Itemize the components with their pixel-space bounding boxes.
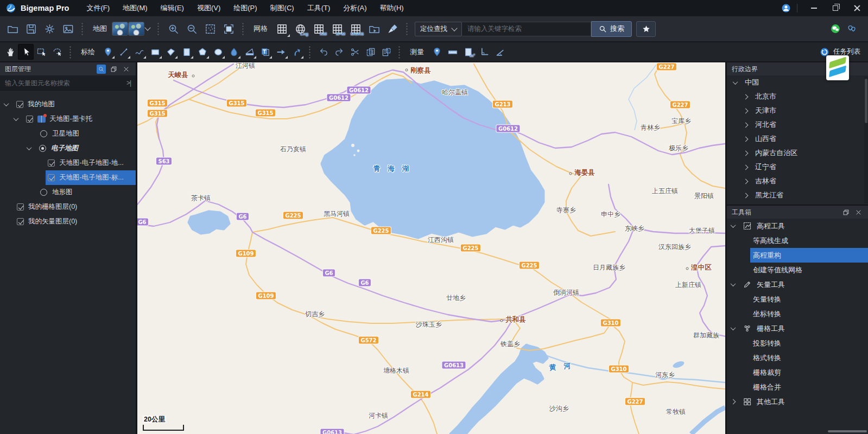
tree-expand-icon[interactable] bbox=[4, 101, 9, 106]
layer-radio[interactable] bbox=[40, 189, 47, 196]
layer-checkbox[interactable] bbox=[17, 218, 24, 225]
menubar-item[interactable]: 编辑(E) bbox=[154, 0, 191, 16]
menubar-item[interactable]: 工具(T) bbox=[301, 0, 337, 16]
close-panel-icon[interactable] bbox=[854, 208, 863, 217]
draw-polyline-button[interactable] bbox=[131, 44, 147, 60]
grid-button[interactable] bbox=[273, 20, 291, 38]
draw-point-button[interactable] bbox=[100, 44, 116, 60]
toolbox-group-栅格工具[interactable]: 栅格工具 bbox=[727, 321, 868, 336]
pan-tool-button[interactable] bbox=[2, 44, 18, 60]
layer-tree-row[interactable]: 地形图 bbox=[0, 185, 136, 200]
toolbox-item-栅格合并[interactable]: 栅格合并 bbox=[727, 380, 868, 394]
toolbox-item-高程重构[interactable]: 高程重构 bbox=[727, 248, 868, 263]
draw-text-button[interactable] bbox=[257, 44, 273, 60]
close-panel-icon[interactable] bbox=[122, 65, 131, 74]
tree-expand-icon[interactable] bbox=[743, 178, 749, 184]
draw-teardrop-button[interactable] bbox=[226, 44, 242, 60]
cut-button[interactable] bbox=[347, 44, 363, 60]
km-grid-button[interactable]: KM bbox=[309, 20, 328, 38]
admin-province-row[interactable]: 内蒙古自治区 bbox=[727, 146, 868, 160]
tree-expand-icon[interactable] bbox=[733, 79, 738, 85]
menubar-item[interactable]: 绘图(P) bbox=[227, 0, 263, 16]
tree-expand-icon[interactable] bbox=[14, 116, 19, 121]
measure-right-angle-button[interactable] bbox=[476, 44, 492, 60]
layer-checkbox[interactable] bbox=[48, 174, 55, 181]
draw-arrow-button[interactable] bbox=[273, 44, 289, 60]
favorites-button[interactable] bbox=[636, 21, 656, 37]
toolbox-item-矢量转换[interactable]: 矢量转换 bbox=[727, 292, 868, 307]
float-panel-icon[interactable] bbox=[109, 65, 118, 74]
admin-province-row[interactable]: 黑龙江省 bbox=[727, 188, 868, 202]
toolbox-item-栅格裁剪[interactable]: 栅格裁剪 bbox=[727, 365, 868, 380]
tree-expand-icon[interactable] bbox=[731, 222, 736, 228]
draw-polygon-button[interactable] bbox=[163, 44, 179, 60]
wechat-icon[interactable] bbox=[830, 23, 841, 34]
layer-search-icon[interactable] bbox=[97, 65, 106, 74]
toolbox-item-创建等值线网格[interactable]: 创建等值线网格 bbox=[727, 263, 868, 277]
layer-search-input[interactable] bbox=[5, 79, 126, 87]
maximize-button[interactable] bbox=[825, 0, 846, 16]
settings-button[interactable] bbox=[40, 20, 59, 38]
keyword-search-input[interactable] bbox=[462, 22, 591, 36]
admin-province-row[interactable]: 河北省 bbox=[727, 118, 868, 132]
layer-checkbox[interactable] bbox=[17, 203, 24, 210]
basemap-dropdown-chevron-icon[interactable] bbox=[144, 24, 150, 30]
draw-line-button[interactable] bbox=[116, 44, 131, 60]
double-heart-icon[interactable] bbox=[846, 23, 857, 34]
close-button[interactable] bbox=[846, 0, 868, 16]
rect-select-tool-button[interactable] bbox=[34, 44, 49, 60]
lasso-select-tool-button[interactable] bbox=[49, 44, 65, 60]
redo-button[interactable] bbox=[331, 44, 347, 60]
admin-province-row[interactable]: 山西省 bbox=[727, 132, 868, 146]
zoom-in-button[interactable] bbox=[164, 20, 182, 38]
layer-tree-row[interactable]: 卫星地图 bbox=[0, 126, 136, 141]
tree-expand-icon[interactable] bbox=[743, 136, 749, 142]
toolbox-item-投影转换[interactable]: 投影转换 bbox=[727, 336, 868, 350]
paste-button[interactable] bbox=[378, 44, 394, 60]
admin-scrollbar[interactable] bbox=[864, 76, 868, 203]
zoom-to-area-button[interactable] bbox=[201, 20, 219, 38]
full-extent-button[interactable] bbox=[219, 20, 238, 38]
tree-expand-icon[interactable] bbox=[743, 94, 749, 99]
measure-point-button[interactable] bbox=[429, 44, 445, 60]
tree-expand-icon[interactable] bbox=[27, 145, 32, 150]
toolbox-group-其他工具[interactable]: 其他工具 bbox=[727, 394, 868, 409]
basemap-style-button-1[interactable] bbox=[112, 22, 128, 36]
draw-pentagon-button[interactable] bbox=[194, 44, 210, 60]
copy-button[interactable] bbox=[363, 44, 378, 60]
admin-province-row[interactable]: 北京市 bbox=[727, 90, 868, 104]
layer-checkbox[interactable] bbox=[16, 101, 23, 108]
layer-tree-row[interactable]: 我的栅格图层(0) bbox=[0, 200, 136, 214]
minimize-button[interactable] bbox=[803, 0, 825, 16]
tree-expand-icon[interactable] bbox=[743, 122, 749, 127]
toolbox-item-等高线生成[interactable]: 等高线生成 bbox=[727, 233, 868, 248]
nm-grid-button[interactable]: N+M bbox=[328, 20, 346, 38]
layer-tree-row[interactable]: 天地图-墨卡托 bbox=[0, 112, 136, 126]
draw-slope-button[interactable] bbox=[242, 44, 257, 60]
zoom-out-button[interactable] bbox=[182, 20, 201, 38]
tree-expand-icon[interactable] bbox=[731, 325, 736, 330]
admin-province-row[interactable]: 天津市 bbox=[727, 104, 868, 118]
menubar-item[interactable]: 分析(A) bbox=[337, 0, 373, 16]
user-avatar-icon[interactable] bbox=[781, 3, 791, 14]
tree-expand-icon[interactable] bbox=[743, 108, 749, 113]
menubar-item[interactable]: 帮助(H) bbox=[373, 0, 410, 16]
tree-expand-icon[interactable] bbox=[743, 164, 749, 170]
toolbox-item-坐标转换[interactable]: 坐标转换 bbox=[727, 307, 868, 321]
tree-expand-icon[interactable] bbox=[731, 281, 736, 286]
menubar-item[interactable]: 视图(V) bbox=[191, 0, 227, 16]
layer-tree-row[interactable]: 天地图-电子地图-地... bbox=[0, 156, 136, 170]
clear-button[interactable] bbox=[383, 20, 402, 38]
toolbox-hscrollbar[interactable] bbox=[828, 430, 867, 432]
map-canvas[interactable]: G315G315G315G315G0612G0612G0612G213G227G… bbox=[137, 62, 725, 434]
draw-curve-arrow-button[interactable] bbox=[289, 44, 305, 60]
lng-lat-grid-button[interactable]: Lng bbox=[291, 20, 309, 38]
layer-checkbox[interactable] bbox=[26, 116, 33, 123]
menubar-item[interactable]: 文件(F) bbox=[80, 0, 116, 16]
layer-tree-row[interactable]: 我的矢量图层(0) bbox=[0, 214, 136, 229]
tree-expand-icon[interactable] bbox=[731, 399, 736, 405]
admin-province-row[interactable]: 吉林省 bbox=[727, 174, 868, 188]
layer-tree-row[interactable]: 电子地图 bbox=[0, 141, 136, 156]
draw-ellipse-button[interactable] bbox=[210, 44, 226, 60]
menubar-item[interactable]: 制图(C) bbox=[264, 0, 301, 16]
